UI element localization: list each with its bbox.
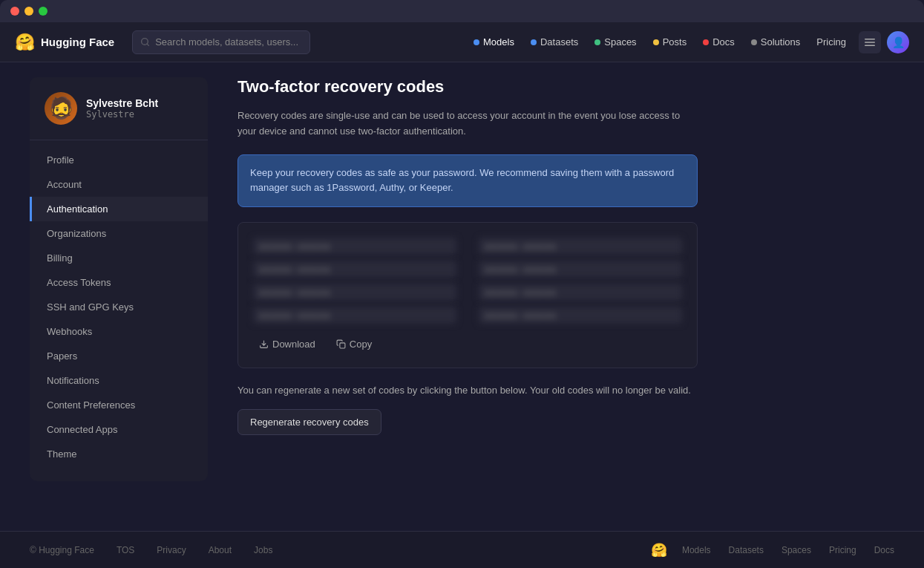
footer-copyright: © Hugging Face <box>30 545 94 555</box>
sidebar-item-notifications[interactable]: Notifications <box>30 368 208 393</box>
brand[interactable]: 🤗 Hugging Face <box>15 33 114 52</box>
nav-spaces-label: Spaces <box>604 36 636 48</box>
brand-emoji: 🤗 <box>15 33 35 52</box>
sidebar-avatar: 🧔 <box>45 92 77 125</box>
sidebar-item-theme[interactable]: Theme <box>30 442 208 466</box>
sidebar-item-ssh-gpg-keys[interactable]: SSH and GPG Keys <box>30 295 208 319</box>
posts-dot <box>653 39 659 45</box>
code-2: xxxxx-xxxxx <box>479 238 682 255</box>
search-placeholder: Search models, datasets, users... <box>155 36 298 48</box>
svg-line-1 <box>147 44 148 45</box>
nav-models-label: Models <box>483 36 514 48</box>
nav-docs-label: Docs <box>712 36 735 48</box>
nav-links: Models Datasets Spaces Posts Docs Soluti… <box>467 31 909 53</box>
download-label: Download <box>272 339 315 350</box>
sidebar-item-webhooks[interactable]: Webhooks <box>30 319 208 344</box>
user-avatar[interactable]: 👤 <box>887 31 909 53</box>
solutions-dot <box>751 39 757 45</box>
footer-jobs[interactable]: Jobs <box>254 545 272 555</box>
nav-docs[interactable]: Docs <box>696 33 741 51</box>
copy-button[interactable]: Copy <box>330 336 378 353</box>
copy-label: Copy <box>350 339 372 350</box>
nav-solutions-label: Solutions <box>761 36 800 48</box>
svg-rect-6 <box>340 343 345 348</box>
code-4: xxxxx-xxxxx <box>479 261 682 278</box>
footer-pricing[interactable]: Pricing <box>829 545 856 555</box>
sidebar-item-content-preferences[interactable]: Content Preferences <box>30 393 208 417</box>
sidebar-item-profile[interactable]: Profile <box>30 148 208 172</box>
code-8: xxxxx-xxxxx <box>479 307 682 324</box>
codes-actions: Download Copy <box>253 336 682 353</box>
sidebar-item-authentication[interactable]: Authentication <box>30 197 208 221</box>
sidebar-item-organizations[interactable]: Organizations <box>30 221 208 246</box>
sidebar-item-papers[interactable]: Papers <box>30 344 208 368</box>
svg-rect-3 <box>865 42 875 42</box>
docs-dot <box>703 39 709 45</box>
page-description: Recovery codes are single-use and can be… <box>237 108 698 140</box>
nav-datasets-label: Datasets <box>540 36 578 48</box>
content-area: Two-factor recovery codes Recovery codes… <box>208 77 727 516</box>
nav-models[interactable]: Models <box>467 33 521 51</box>
code-6: xxxxx-xxxxx <box>479 284 682 301</box>
download-button[interactable]: Download <box>253 336 321 353</box>
sidebar-item-billing[interactable]: Billing <box>30 246 208 270</box>
spaces-dot <box>594 39 600 45</box>
sidebar: 🧔 Sylvestre Bcht Sylvestre Profile Accou… <box>30 77 208 481</box>
footer: © Hugging Face TOS Privacy About Jobs 🤗 … <box>0 531 924 568</box>
sidebar-user: 🧔 Sylvestre Bcht Sylvestre <box>30 92 208 140</box>
hamburger-button[interactable] <box>859 31 881 53</box>
nav-datasets[interactable]: Datasets <box>524 33 585 51</box>
code-7: xxxxx-xxxxx <box>253 307 456 324</box>
sidebar-avatar-emoji: 🧔 <box>45 92 77 125</box>
sidebar-nav: Profile Account Authentication Organizat… <box>30 148 208 466</box>
nav-posts[interactable]: Posts <box>646 33 694 51</box>
footer-links-right: Models Datasets Spaces Pricing Docs <box>682 545 894 555</box>
regenerate-section: You can regenerate a new set of codes by… <box>237 383 698 435</box>
footer-about[interactable]: About <box>209 545 232 555</box>
footer-spaces[interactable]: Spaces <box>782 545 811 555</box>
code-3: xxxxx-xxxxx <box>253 261 456 278</box>
sidebar-username: Sylvestre <box>86 109 158 120</box>
sidebar-user-info: Sylvestre Bcht Sylvestre <box>86 97 158 120</box>
search-bar[interactable]: Search models, datasets, users... <box>132 30 310 54</box>
sidebar-display-name: Sylvestre Bcht <box>86 97 158 109</box>
svg-rect-4 <box>865 45 875 45</box>
sidebar-item-account[interactable]: Account <box>30 172 208 197</box>
datasets-dot <box>531 39 537 45</box>
copy-icon <box>336 339 346 349</box>
download-icon <box>259 339 269 349</box>
nav-spaces[interactable]: Spaces <box>588 33 643 51</box>
nav-pricing[interactable]: Pricing <box>810 33 853 51</box>
nav-solutions[interactable]: Solutions <box>744 33 807 51</box>
window-chrome <box>0 0 924 22</box>
footer-emoji: 🤗 <box>651 542 667 558</box>
code-1: xxxxx-xxxxx <box>253 238 456 255</box>
footer-models[interactable]: Models <box>682 545 711 555</box>
recovery-codes-box: xxxxx-xxxxx xxxxx-xxxxx xxxxx-xxxxx xxxx… <box>237 222 698 368</box>
regenerate-button[interactable]: Regenerate recovery codes <box>237 409 381 435</box>
window-maximize-dot[interactable] <box>39 7 47 16</box>
brand-name: Hugging Face <box>41 36 114 48</box>
main-layout: 🧔 Sylvestre Bcht Sylvestre Profile Accou… <box>0 62 924 531</box>
search-icon <box>140 37 150 47</box>
sidebar-item-access-tokens[interactable]: Access Tokens <box>30 270 208 295</box>
regen-description: You can regenerate a new set of codes by… <box>237 383 698 399</box>
code-5: xxxxx-xxxxx <box>253 284 456 301</box>
info-box: Keep your recovery codes as safe as your… <box>237 154 698 208</box>
svg-rect-2 <box>865 39 875 39</box>
page-title: Two-factor recovery codes <box>237 77 698 97</box>
footer-docs[interactable]: Docs <box>874 545 894 555</box>
window-close-dot[interactable] <box>10 7 19 16</box>
codes-grid: xxxxx-xxxxx xxxxx-xxxxx xxxxx-xxxxx xxxx… <box>253 238 682 324</box>
sidebar-item-connected-apps[interactable]: Connected Apps <box>30 417 208 442</box>
navbar: 🤗 Hugging Face Search models, datasets, … <box>0 22 924 62</box>
footer-datasets[interactable]: Datasets <box>729 545 764 555</box>
models-dot <box>474 39 479 45</box>
footer-tos[interactable]: TOS <box>117 545 134 555</box>
footer-privacy[interactable]: Privacy <box>157 545 186 555</box>
nav-posts-label: Posts <box>663 36 687 48</box>
window-minimize-dot[interactable] <box>24 7 33 16</box>
footer-links-left: © Hugging Face TOS Privacy About Jobs <box>30 545 636 555</box>
